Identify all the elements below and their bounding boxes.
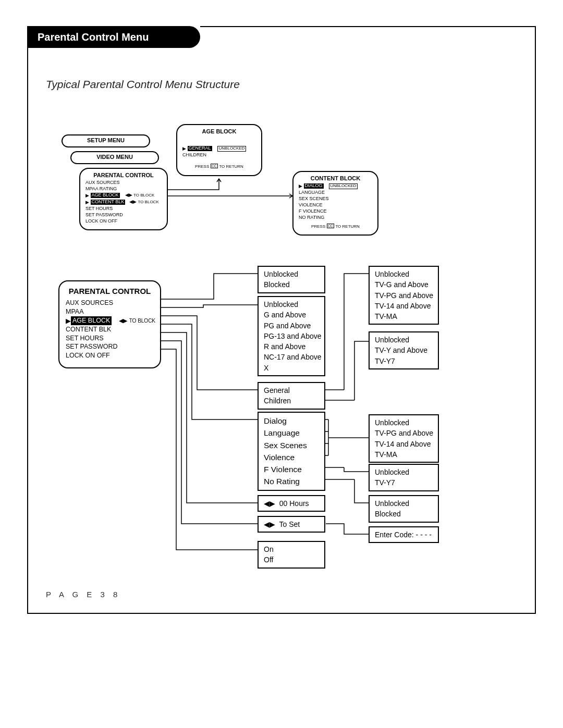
opt-sub1-l3: TV-14 and Above xyxy=(375,439,433,449)
opt-content-sub1-box: Unblocked TV-PG and Above TV-14 and Abov… xyxy=(369,414,439,463)
pc-small-age: AGE BLOCK xyxy=(91,193,120,198)
opt-norating-box: Unblocked Blocked xyxy=(369,495,439,523)
opt-content-l5: F Violence xyxy=(264,463,319,475)
opt-general-l5: TV-MA xyxy=(375,311,433,322)
opt-onoff-l2: Off xyxy=(264,554,319,565)
opt-mpaa-l2: G and Above xyxy=(264,310,319,320)
pc-small-lock: LOCK ON OFF xyxy=(85,218,162,224)
setup-menu-box: SETUP MENU xyxy=(62,134,150,147)
lr-arrows-icon: ◀▶ xyxy=(119,317,127,324)
opt-aux-l2: Blocked xyxy=(264,279,319,290)
opt-onoff-l1: On xyxy=(264,544,319,554)
triangle-right-icon: ▶ xyxy=(182,145,186,152)
opt-fviolence-box: Unblocked TV-Y7 xyxy=(369,464,439,491)
pc-lock: LOCK ON OFF xyxy=(66,351,154,360)
pc-small-aux: AUX SOURCES xyxy=(85,179,162,186)
parental-control-big-title: PARENTAL CONTROL xyxy=(66,287,154,295)
content-block-dialog: DIALOG xyxy=(304,183,324,189)
opt-content-l4: Violence xyxy=(264,451,319,463)
opt-aux-box: Unblocked Blocked xyxy=(258,266,325,293)
triangle-right-icon: ▶ xyxy=(85,192,89,199)
age-block-general: GENERAL xyxy=(188,146,212,151)
pc-small-setpwd: SET PASSWORD xyxy=(85,212,162,218)
opt-mpaa-l5: R and Above xyxy=(264,341,319,352)
opt-general-l2: TV-G and Above xyxy=(375,279,433,290)
pc-age-hint: TO BLOCK xyxy=(129,318,155,324)
page-subtitle: Typical Parental Control Menu Structure xyxy=(46,78,240,91)
opt-onoff-box: On Off xyxy=(258,541,325,569)
opt-mpaa-l4: PG-13 and Above xyxy=(264,331,319,341)
opt-fv-l1: Unblocked xyxy=(375,467,433,477)
page-number: P A G E 3 8 xyxy=(46,590,120,599)
cc-icon: CC xyxy=(327,224,334,228)
pc-aux: AUX SOURCES xyxy=(66,299,154,307)
lr-arrows-icon: ◀▶ xyxy=(264,520,275,528)
return-post: TO RETURN xyxy=(219,164,243,169)
pc-small-age-hint: TO BLOCK xyxy=(133,193,154,198)
content-block-dialog-state: UNBLOCKED xyxy=(329,183,358,189)
content-block-norating: NO RATING xyxy=(299,214,372,220)
opt-age-l1: General xyxy=(264,385,319,396)
opt-mpaa-l3: PG and Above xyxy=(264,320,319,331)
pc-setpwd: SET PASSWORD xyxy=(66,342,154,351)
content-block-box: CONTENT BLOCK ▶ DIALOG UNBLOCKED LANGUAG… xyxy=(292,171,378,236)
content-block-dialog-row: ▶ DIALOG UNBLOCKED xyxy=(299,182,372,189)
pc-age: AGE BLOCK xyxy=(71,316,112,325)
content-block-violence: VIOLENCE xyxy=(299,202,372,208)
pc-small-content-hint: TO BLOCK xyxy=(138,200,158,204)
return-pre: PRESS xyxy=(311,224,325,229)
opt-sub1-l4: TV-MA xyxy=(375,449,433,460)
lr-arrows-icon: ◀▶ xyxy=(129,199,137,204)
parental-control-small-title: PARENTAL CONTROL xyxy=(85,172,162,178)
opt-mpaa-box: Unblocked G and Above PG and Above PG-13… xyxy=(258,296,325,376)
opt-hours-box: ◀▶ 00 Hours xyxy=(258,495,325,512)
return-pre: PRESS xyxy=(195,164,209,169)
content-block-fviolence: F VIOLENCE xyxy=(299,208,372,214)
age-block-children: CHILDREN xyxy=(182,152,256,158)
opt-nr-l1: Unblocked xyxy=(375,498,433,509)
pc-small-sethours: SET HOURS xyxy=(85,205,162,212)
opt-content-l3: Sex Scenes xyxy=(264,439,319,451)
opt-nr-l2: Blocked xyxy=(375,509,433,519)
pc-small-content: CONTENT BLK xyxy=(91,200,126,205)
opt-age-l2: Children xyxy=(264,396,319,406)
opt-enter-code-box: Enter Code: - - - - xyxy=(369,526,439,543)
parental-control-big-box: PARENTAL CONTROL AUX SOURCES MPAA ▶AGE B… xyxy=(58,280,161,368)
opt-age-box: General Children xyxy=(258,382,325,410)
age-block-return: PRESS CC TO RETURN xyxy=(182,163,256,170)
age-block-general-state: UNBLOCKED xyxy=(217,146,247,152)
pc-small-age-row: ▶ AGE BLOCK ◀▶ TO BLOCK xyxy=(85,192,162,199)
content-block-language: LANGUAGE xyxy=(299,189,372,195)
opt-mpaa-l1: Unblocked xyxy=(264,299,319,310)
opt-sub1-l1: Unblocked xyxy=(375,417,433,428)
age-block-general-row: ▶ GENERAL UNBLOCKED xyxy=(182,145,256,152)
opt-aux-l1: Unblocked xyxy=(264,269,319,279)
triangle-right-icon: ▶ xyxy=(66,317,71,326)
content-block-return: PRESS CC TO RETURN xyxy=(299,223,372,230)
age-block-title: AGE BLOCK xyxy=(182,128,256,134)
opt-hours-label: 00 Hours xyxy=(279,499,309,508)
lr-arrows-icon: ◀▶ xyxy=(125,192,132,198)
pc-small-mpaa: MPAA RATING xyxy=(85,186,162,192)
opt-children-box: Unblocked TV-Y and Above TV-Y7 xyxy=(369,331,439,369)
opt-general-l4: TV-14 and Above xyxy=(375,301,433,311)
opt-content-box: Dialog Language Sex Scenes Violence F Vi… xyxy=(258,412,325,491)
triangle-right-icon: ▶ xyxy=(85,199,89,205)
opt-sub1-l2: TV-PG and Above xyxy=(375,428,433,438)
content-block-sex: SEX SCENES xyxy=(299,195,372,202)
opt-content-l6: No Rating xyxy=(264,475,319,487)
opt-children-l3: TV-Y7 xyxy=(375,356,433,366)
opt-general-l3: TV-PG and Above xyxy=(375,290,433,301)
opt-content-l1: Dialog xyxy=(264,415,319,427)
age-block-box: AGE BLOCK ▶ GENERAL UNBLOCKED CHILDREN P… xyxy=(176,124,262,176)
opt-children-l2: TV-Y and Above xyxy=(375,345,433,355)
opt-children-l1: Unblocked xyxy=(375,335,433,345)
opt-toset-label: To Set xyxy=(279,520,300,528)
opt-enter-code-label: Enter Code: - - - - xyxy=(375,529,433,540)
opt-content-l2: Language xyxy=(264,427,319,439)
pc-mpaa: MPAA xyxy=(66,307,154,316)
parental-control-small-box: PARENTAL CONTROL AUX SOURCES MPAA RATING… xyxy=(79,168,168,230)
pc-sethours: SET HOURS xyxy=(66,334,154,343)
opt-general-l1: Unblocked xyxy=(375,269,433,279)
opt-mpaa-l7: X xyxy=(264,363,319,373)
